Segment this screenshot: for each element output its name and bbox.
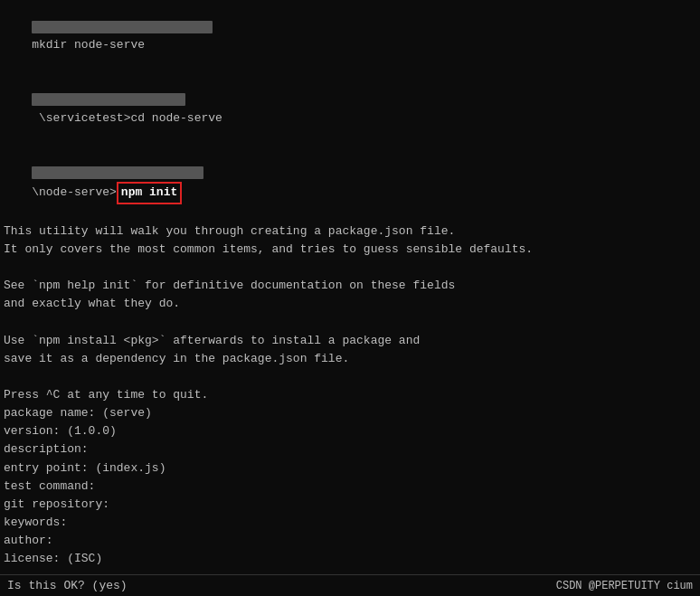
- terminal-line-cd: \servicetest>cd node-serve: [0, 73, 700, 147]
- terminal-line-npm-init: \node-serve>npm init: [0, 146, 700, 222]
- terminal-line-5: It only covers the most common items, an…: [0, 241, 700, 259]
- terminal-window: mkdir node-serve \servicetest>cd node-se…: [0, 0, 700, 596]
- terminal-line-9: [0, 313, 700, 331]
- mkdir-command: mkdir node-serve: [32, 38, 145, 52]
- terminal-line-11: save it as a dependency in the package.j…: [0, 350, 700, 368]
- npm-init-command: npm init: [117, 182, 182, 203]
- cd-command: \servicetest>cd node-serve: [32, 111, 222, 125]
- terminal-line-8: and exactly what they do.: [0, 295, 700, 313]
- terminal-line-14: package name: (serve): [0, 404, 700, 422]
- terminal-line-15: version: (1.0.0): [0, 422, 700, 440]
- blurred-user-host-3: [32, 166, 203, 179]
- terminal-line-7: See `npm help init` for definitive docum…: [0, 277, 700, 295]
- terminal-line-10: Use `npm install <pkg>` afterwards to in…: [0, 332, 700, 350]
- terminal-line-4: This utility will walk you through creat…: [0, 222, 700, 241]
- ok-prompt: Is this OK? (yes): [7, 579, 128, 592]
- watermark: CSDN @PERPETUITY cium: [556, 580, 693, 592]
- blurred-user-host-2: [32, 93, 185, 106]
- terminal-line-19: git repository:: [0, 496, 700, 514]
- terminal-line-17: entry point: (index.js): [0, 459, 700, 478]
- terminal-line-mkdir: mkdir node-serve: [0, 0, 700, 73]
- terminal-line-22: license: (ISC): [0, 550, 700, 568]
- terminal-line-18: test command:: [0, 478, 700, 496]
- npm-init-prefix: \node-serve>: [32, 185, 117, 199]
- terminal-line-20: keywords:: [0, 514, 700, 532]
- terminal-line-6: [0, 259, 700, 277]
- terminal-line-12: [0, 368, 700, 386]
- blurred-user-host-1: [32, 21, 213, 33]
- status-bar: Is this OK? (yes) CSDN @PERPETUITY cium: [0, 574, 700, 596]
- terminal-line-16: description:: [0, 440, 700, 459]
- terminal-line-13: Press ^C at any time to quit.: [0, 386, 700, 404]
- terminal-line-21: author:: [0, 532, 700, 550]
